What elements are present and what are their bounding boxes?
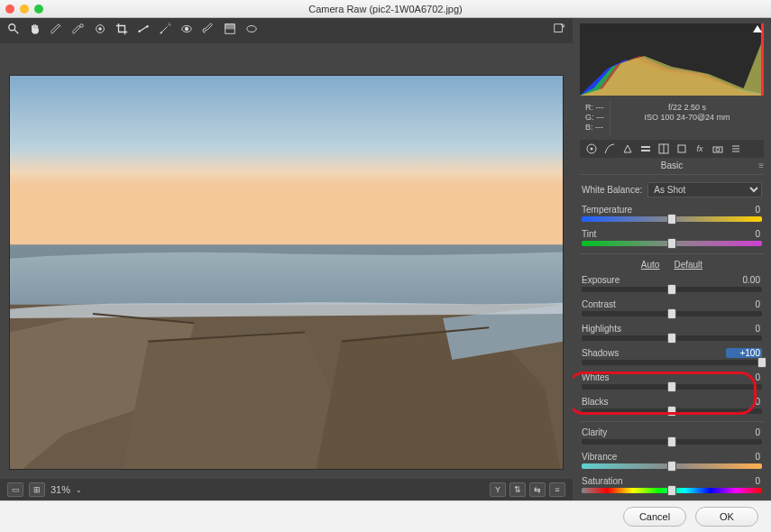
shadows-thumb[interactable] (757, 357, 766, 368)
vibrance-label: Vibrance (582, 452, 617, 462)
saturation-thumb[interactable] (667, 485, 676, 496)
svg-marker-20 (121, 332, 342, 469)
temperature-value[interactable]: 0 (726, 205, 762, 215)
tab-detail-icon[interactable] (621, 142, 634, 155)
white-balance-row: White Balance: As Shot (582, 182, 762, 197)
vibrance-slider[interactable] (582, 463, 762, 469)
zoom-dropdown-icon[interactable]: ⌄ (76, 486, 82, 494)
contrast-slider[interactable] (582, 311, 762, 316)
tint-slider[interactable] (582, 241, 762, 246)
clarity-value[interactable]: 0 (726, 427, 762, 437)
straighten-tool-icon[interactable] (137, 23, 150, 39)
whites-thumb[interactable] (667, 381, 676, 392)
clarity-slider[interactable] (582, 439, 762, 445)
temperature-slider[interactable] (582, 216, 762, 222)
auto-link[interactable]: Auto (641, 260, 660, 270)
default-link[interactable]: Default (674, 260, 702, 270)
shadows-row: Shadows+100 (582, 348, 762, 365)
before-after-copy-icon[interactable]: ⇆ (529, 482, 546, 497)
saturation-slider[interactable] (582, 488, 762, 493)
zoom-window-button[interactable] (34, 5, 43, 14)
histogram[interactable] (580, 23, 764, 96)
image-preview[interactable] (9, 75, 564, 470)
white-balance-select[interactable]: As Shot (647, 182, 762, 197)
cancel-button[interactable]: Cancel (623, 507, 686, 527)
window-title: Camera Raw (pic2-1W0A6702.jpg) (0, 4, 771, 14)
minimize-window-button[interactable] (20, 5, 29, 14)
highlights-slider[interactable] (582, 335, 762, 341)
close-window-button[interactable] (5, 5, 14, 14)
exposure-label: Exposure (582, 275, 620, 285)
filmstrip-orientation-icon[interactable]: ⊞ (29, 482, 45, 497)
temperature-thumb[interactable] (667, 214, 676, 225)
clarity-row: Clarity0 (582, 427, 762, 445)
clarity-label: Clarity (582, 427, 607, 437)
blacks-thumb[interactable] (667, 406, 676, 417)
vibrance-row: Vibrance0 (582, 452, 762, 469)
vibrance-value[interactable]: 0 (726, 452, 762, 462)
highlight-clipping-icon[interactable] (753, 25, 762, 32)
radial-filter-tool-icon[interactable] (245, 23, 258, 39)
before-after-swap-icon[interactable]: ⇅ (509, 482, 526, 497)
highlights-thumb[interactable] (667, 333, 676, 344)
shadows-slider[interactable] (582, 360, 762, 365)
tab-presets-icon[interactable] (730, 142, 742, 155)
blacks-value[interactable]: 0 (726, 397, 762, 407)
tab-curve-icon[interactable] (603, 142, 616, 155)
saturation-value[interactable]: 0 (726, 476, 762, 486)
footer: Cancel OK (0, 500, 771, 532)
shadows-label: Shadows (582, 348, 619, 358)
zoom-level[interactable]: 31% (50, 484, 70, 495)
exposure-value[interactable]: 0.00 (726, 275, 762, 285)
panel-menu-icon[interactable]: ≡ (758, 161, 764, 170)
ok-button[interactable]: OK (695, 507, 758, 527)
blacks-slider[interactable] (582, 408, 762, 414)
tab-fx-icon[interactable]: fx (693, 142, 706, 155)
vibrance-thumb[interactable] (667, 461, 676, 472)
metadata: R: --- G: --- B: --- f/22 2.50 s ISO 100… (580, 101, 764, 134)
graduated-filter-tool-icon[interactable] (224, 23, 236, 39)
zoom-tool-icon[interactable] (7, 23, 20, 39)
exif-line2: ISO 100 24-70@24 mm (616, 113, 758, 123)
tint-label: Tint (582, 229, 596, 239)
svg-rect-13 (555, 24, 563, 32)
before-after-toggle[interactable]: Y (490, 482, 506, 497)
exposure-slider[interactable] (582, 287, 762, 292)
open-preferences-icon[interactable] (553, 23, 565, 39)
adjustment-brush-tool-icon[interactable] (202, 23, 215, 39)
svg-line-1 (14, 30, 18, 33)
white-balance-tool-icon[interactable] (50, 23, 63, 39)
tab-camera-icon[interactable] (711, 142, 724, 155)
tab-lens-icon[interactable] (675, 142, 688, 155)
highlights-value[interactable]: 0 (726, 324, 762, 334)
svg-rect-33 (678, 145, 685, 152)
tab-basic-icon[interactable] (585, 142, 598, 155)
exposure-thumb[interactable] (667, 284, 676, 295)
svg-point-7 (147, 26, 149, 28)
filmstrip-toggle-icon[interactable]: ▭ (7, 482, 23, 497)
hand-tool-icon[interactable] (29, 23, 41, 39)
tab-hsl-icon[interactable] (639, 142, 652, 155)
temperature-row: Temperature0 (582, 205, 762, 222)
tab-split-icon[interactable] (657, 142, 670, 155)
contrast-value[interactable]: 0 (726, 299, 762, 309)
whites-value[interactable]: 0 (726, 372, 762, 382)
shadows-value[interactable]: +100 (726, 348, 762, 358)
contrast-thumb[interactable] (667, 308, 676, 319)
basic-panel: White Balance: As Shot Temperature0 Tint… (573, 175, 771, 500)
red-eye-tool-icon[interactable] (180, 23, 193, 39)
settings-menu-icon[interactable]: ≡ (549, 482, 565, 497)
bottom-toolbar: ▭ ⊞ 31% ⌄ Y ⇅ ⇆ ≡ (0, 479, 573, 500)
left-pane: ▭ ⊞ 31% ⌄ Y ⇅ ⇆ ≡ (0, 18, 573, 500)
tint-thumb[interactable] (667, 238, 676, 249)
clarity-thumb[interactable] (667, 436, 676, 447)
whites-slider[interactable] (582, 384, 762, 390)
color-sampler-tool-icon[interactable] (72, 23, 85, 39)
tint-value[interactable]: 0 (726, 229, 762, 239)
contrast-row: Contrast0 (582, 299, 762, 316)
targeted-adjustment-tool-icon[interactable] (94, 23, 106, 39)
blacks-label: Blacks (582, 397, 608, 407)
svg-point-2 (80, 24, 84, 28)
crop-tool-icon[interactable] (115, 23, 128, 39)
spot-removal-tool-icon[interactable] (159, 23, 171, 39)
